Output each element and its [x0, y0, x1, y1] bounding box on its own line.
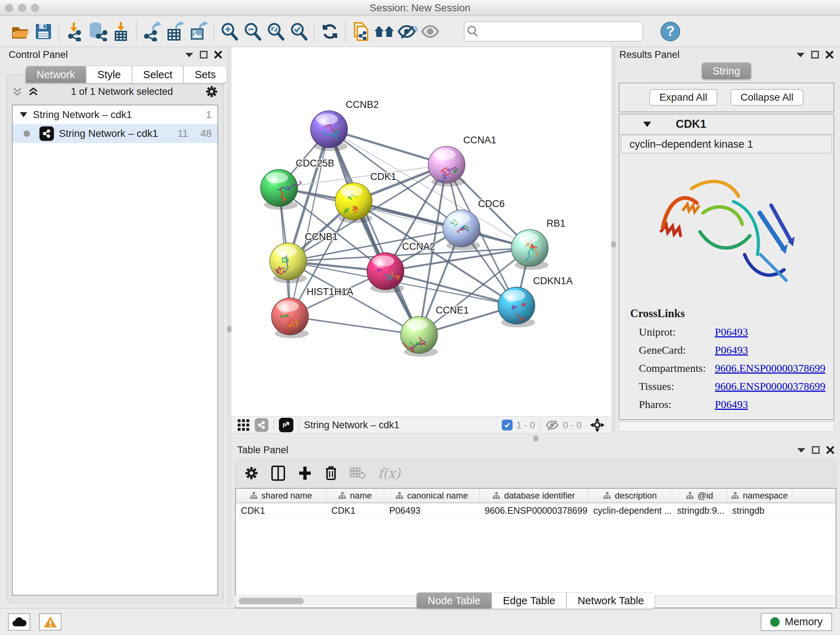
- results-scrollbar-track[interactable]: [619, 421, 834, 432]
- network-node-RB1[interactable]: RB1: [512, 218, 566, 270]
- refresh-view-icon[interactable]: [318, 20, 341, 43]
- tab-node-table[interactable]: Node Table: [416, 592, 492, 609]
- column-header-name[interactable]: name: [326, 489, 384, 502]
- network-options-gear-icon[interactable]: [205, 85, 218, 98]
- panel-menu-icon[interactable]: [797, 52, 805, 57]
- table-hscrollbar-thumb[interactable]: [239, 598, 304, 604]
- network-node-CCNB2[interactable]: CCNB2: [311, 99, 379, 151]
- column-header-canonical-name[interactable]: canonical name: [384, 489, 480, 502]
- import-network-database-icon[interactable]: [86, 20, 109, 43]
- expand-all-button[interactable]: Expand All: [649, 89, 717, 106]
- show-columns-icon[interactable]: [271, 465, 286, 481]
- cloud-status-button[interactable]: [8, 613, 30, 631]
- tab-network-table[interactable]: Network Table: [567, 592, 655, 609]
- collection-expand-icon[interactable]: [20, 112, 27, 117]
- hide-graphics-eye-icon[interactable]: [396, 20, 419, 43]
- network-node-CCNE1[interactable]: CCNE1: [401, 305, 469, 356]
- network-edge[interactable]: [329, 129, 419, 335]
- open-session-icon[interactable]: [9, 20, 32, 43]
- collapse-all-networks-icon[interactable]: [28, 86, 39, 97]
- network-node-CDKN1A[interactable]: CDKN1A: [498, 276, 573, 327]
- panel-menu-icon[interactable]: [185, 52, 193, 57]
- network-node-CCNB1[interactable]: CCNB1: [270, 231, 338, 283]
- tab-edge-table[interactable]: Edge Table: [492, 592, 567, 609]
- zoom-fit-icon[interactable]: [264, 20, 287, 43]
- crosslink-link[interactable]: 9606.ENSP00000378699: [715, 362, 826, 374]
- network-node-HIST1H1A[interactable]: HIST1H1A: [272, 287, 354, 338]
- detach-view-icon[interactable]: [279, 418, 294, 432]
- left-divider-handle[interactable]: [227, 326, 232, 333]
- help-icon[interactable]: ?: [660, 22, 680, 41]
- table-toolbar: f(x): [235, 459, 836, 487]
- zoom-out-icon[interactable]: [241, 20, 264, 43]
- home-networks-icon[interactable]: [373, 20, 396, 43]
- gene-collapse-icon[interactable]: [643, 122, 651, 127]
- crosslink-link[interactable]: 9606.ENSP00000378699: [715, 380, 826, 393]
- toolbar-separator: [136, 21, 137, 42]
- network-edge[interactable]: [290, 317, 419, 335]
- right-divider-handle[interactable]: [611, 241, 616, 248]
- network-collection-row[interactable]: String Network – cdk1 1: [13, 105, 218, 124]
- float-panel-icon[interactable]: [200, 51, 208, 59]
- zoom-selected-icon[interactable]: [287, 20, 310, 43]
- tab-network[interactable]: Network: [25, 66, 86, 83]
- tab-string[interactable]: String: [701, 62, 752, 80]
- network-row[interactable]: String Network – cdk1 11 48: [13, 124, 218, 143]
- crosslink-link[interactable]: P06493: [715, 326, 748, 338]
- search-input[interactable]: [481, 22, 643, 41]
- table-options-gear-icon[interactable]: [244, 466, 259, 480]
- gene-header[interactable]: CDK1: [619, 114, 834, 135]
- results-panel-title: Results Panel: [619, 49, 680, 60]
- network-node-CCNA1[interactable]: CCNA1: [428, 135, 497, 187]
- float-panel-icon[interactable]: [812, 446, 820, 454]
- node-label: RB1: [546, 218, 566, 229]
- panel-menu-icon[interactable]: [797, 448, 805, 453]
- collapse-all-button[interactable]: Collapse All: [730, 89, 804, 106]
- control-panel: Control Panel NetworkStyleSelectSets 1 o…: [4, 48, 227, 605]
- export-image-icon[interactable]: [187, 20, 210, 43]
- column-header-database-identifier[interactable]: database identifier: [480, 489, 588, 502]
- table-row[interactable]: CDK1CDK1P064939606.ENSP00000378699cyclin…: [236, 503, 836, 518]
- right-split-divider[interactable]: [611, 47, 616, 436]
- import-table-file-icon[interactable]: [109, 20, 133, 43]
- close-panel-icon[interactable]: [826, 446, 834, 454]
- hidden-count: 0 - 0: [563, 420, 582, 431]
- expand-all-networks-icon[interactable]: [12, 86, 23, 97]
- column-header-shared-name[interactable]: shared name: [236, 489, 326, 502]
- column-header-description[interactable]: description: [588, 489, 672, 502]
- search-field[interactable]: [464, 21, 643, 42]
- column-header-@id[interactable]: @id: [672, 489, 727, 502]
- horizontal-splitter-handle[interactable]: [533, 435, 538, 442]
- export-network-icon[interactable]: [141, 20, 164, 43]
- create-column-icon[interactable]: [298, 466, 312, 480]
- warnings-button[interactable]: [39, 613, 62, 631]
- delete-column-icon[interactable]: [325, 465, 338, 481]
- memory-status-dot: [770, 617, 780, 627]
- network-node-CDC6[interactable]: CDC6: [443, 198, 505, 250]
- close-panel-icon[interactable]: [214, 51, 222, 59]
- network-canvas[interactable]: CCNB2CCNA1CDC25BCDK1CDC6RB1CCNB1CCNA2CDK…: [232, 47, 611, 416]
- float-panel-icon[interactable]: [811, 51, 819, 59]
- import-network-file-icon[interactable]: [63, 20, 86, 43]
- export-table-icon[interactable]: [164, 20, 187, 43]
- string-view-icon[interactable]: [255, 418, 268, 432]
- tab-style[interactable]: Style: [86, 66, 132, 83]
- clone-network-icon[interactable]: [349, 20, 373, 43]
- node-label: CCNB2: [346, 99, 379, 110]
- tab-select[interactable]: Select: [132, 66, 184, 83]
- zoom-in-icon[interactable]: [218, 20, 241, 43]
- title-bar: Session: New Session: [0, 0, 840, 16]
- column-header-namespace[interactable]: namespace: [727, 489, 792, 502]
- crosslink-link[interactable]: P06493: [715, 398, 748, 410]
- tab-sets[interactable]: Sets: [183, 66, 227, 83]
- selected-nodes-checkbox[interactable]: [502, 420, 513, 431]
- network-edge[interactable]: [386, 271, 516, 306]
- results-buttons-box: Expand All Collapse All: [619, 82, 834, 112]
- save-session-icon[interactable]: [32, 20, 55, 43]
- close-panel-icon[interactable]: [826, 51, 834, 59]
- memory-button[interactable]: Memory: [761, 613, 832, 631]
- grid-view-icon[interactable]: [237, 419, 249, 431]
- crosslink-link[interactable]: P06493: [715, 344, 748, 356]
- birds-eye-view-icon[interactable]: [590, 417, 605, 432]
- left-split-divider[interactable]: [227, 47, 232, 606]
